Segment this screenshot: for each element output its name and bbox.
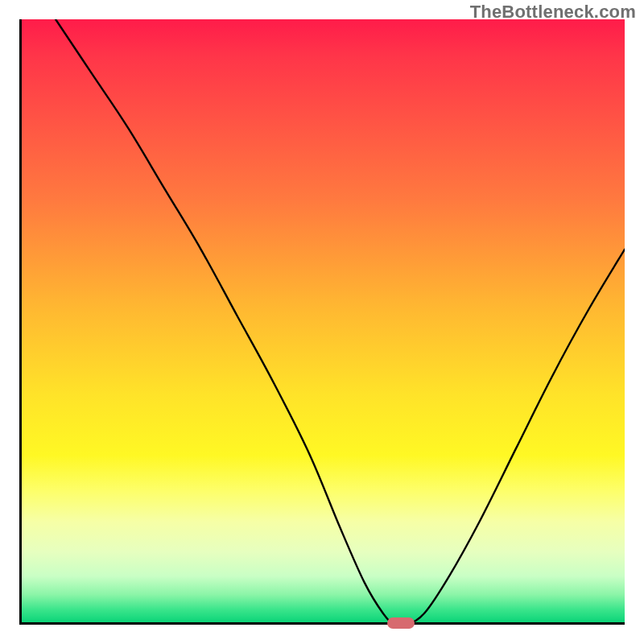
curve-path: [56, 19, 625, 625]
bottleneck-curve: [19, 19, 625, 625]
chart-container: TheBottleneck.com: [0, 0, 644, 644]
watermark-text: TheBottleneck.com: [470, 2, 636, 23]
optimal-marker: [387, 617, 415, 629]
